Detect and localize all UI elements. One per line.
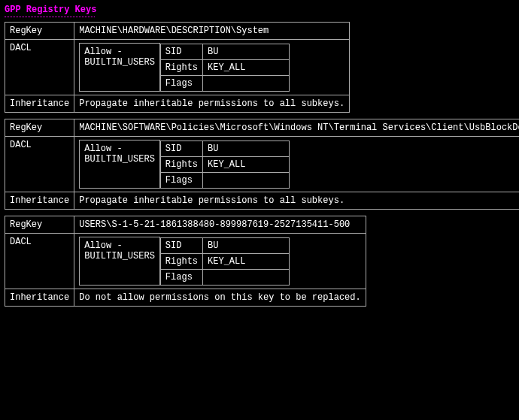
- principal-name: BUILTIN_USERS: [84, 251, 155, 261]
- title-underline: [5, 17, 95, 17]
- regkey-value: MACHINE\SOFTWARE\Policies\Microsoft\Wind…: [74, 119, 519, 137]
- regkey-label: RegKey: [5, 119, 74, 137]
- registry-entry: RegKey MACHINE\SOFTWARE\Policies\Microso…: [5, 119, 519, 210]
- flags-label: Flags: [160, 172, 202, 188]
- dacl-detail-table: SIDBU RightsKEY_ALL Flags: [160, 237, 290, 286]
- registry-entry: RegKey USERS\S-1-5-21-1861388480-8999876…: [5, 216, 366, 307]
- rights-value: KEY_ALL: [203, 253, 290, 269]
- rights-label: Rights: [160, 59, 202, 75]
- inheritance-label: Inheritance: [5, 289, 74, 307]
- flags-value: [203, 269, 290, 285]
- regkey-value: MACHINE\HARDWARE\DESCRIPTION\System: [74, 23, 350, 40]
- flags-value: [203, 75, 290, 91]
- sid-label: SID: [160, 141, 202, 156]
- sid-label: SID: [160, 237, 202, 253]
- dacl-principal: Allow - BUILTIN_USERS: [80, 141, 160, 189]
- inheritance-label: Inheritance: [5, 192, 74, 210]
- flags-label: Flags: [160, 75, 202, 91]
- regkey-label: RegKey: [5, 216, 74, 234]
- dacl-principal: Allow - BUILTIN_USERS: [80, 237, 160, 286]
- section-title: GPP Registry Keys: [5, 5, 514, 15]
- dacl-label: DACL: [5, 234, 74, 289]
- principal-name: BUILTIN_USERS: [84, 57, 155, 68]
- regkey-label: RegKey: [5, 23, 74, 40]
- dacl-detail-table: SIDBU RightsKEY_ALL Flags: [160, 44, 290, 92]
- principal-name: BUILTIN_USERS: [84, 154, 155, 165]
- dacl-label: DACL: [5, 40, 74, 95]
- allow-prefix: Allow -: [84, 47, 122, 57]
- rights-label: Rights: [160, 156, 202, 172]
- flags-value: [203, 172, 290, 188]
- dacl-detail-table: SIDBU RightsKEY_ALL Flags: [160, 141, 290, 189]
- allow-prefix: Allow -: [84, 144, 122, 154]
- allow-prefix: Allow -: [84, 240, 122, 251]
- sid-label: SID: [160, 44, 202, 59]
- dacl-cell: Allow - BUILTIN_USERS SIDBU RightsKEY_AL…: [74, 137, 519, 192]
- rights-value: KEY_ALL: [203, 59, 290, 75]
- dacl-cell: Allow - BUILTIN_USERS SIDBU RightsKEY_AL…: [74, 234, 366, 289]
- regkey-value: USERS\S-1-5-21-1861388480-899987619-2527…: [74, 216, 366, 234]
- dacl-principal: Allow - BUILTIN_USERS: [80, 44, 160, 92]
- rights-value: KEY_ALL: [203, 156, 290, 172]
- dacl-cell: Allow - BUILTIN_USERS SIDBU RightsKEY_AL…: [74, 40, 350, 95]
- inheritance-value: Propagate inheritable permissions to all…: [74, 192, 519, 210]
- inheritance-label: Inheritance: [5, 95, 74, 113]
- inheritance-value: Propagate inheritable permissions to all…: [74, 95, 350, 113]
- sid-value: BU: [203, 237, 290, 253]
- flags-label: Flags: [160, 269, 202, 285]
- sid-value: BU: [203, 141, 290, 156]
- registry-entry: RegKey MACHINE\HARDWARE\DESCRIPTION\Syst…: [5, 22, 350, 113]
- dacl-label: DACL: [5, 137, 74, 192]
- rights-label: Rights: [160, 253, 202, 269]
- inheritance-value: Do not allow permissions on this key to …: [74, 289, 366, 307]
- sid-value: BU: [203, 44, 290, 59]
